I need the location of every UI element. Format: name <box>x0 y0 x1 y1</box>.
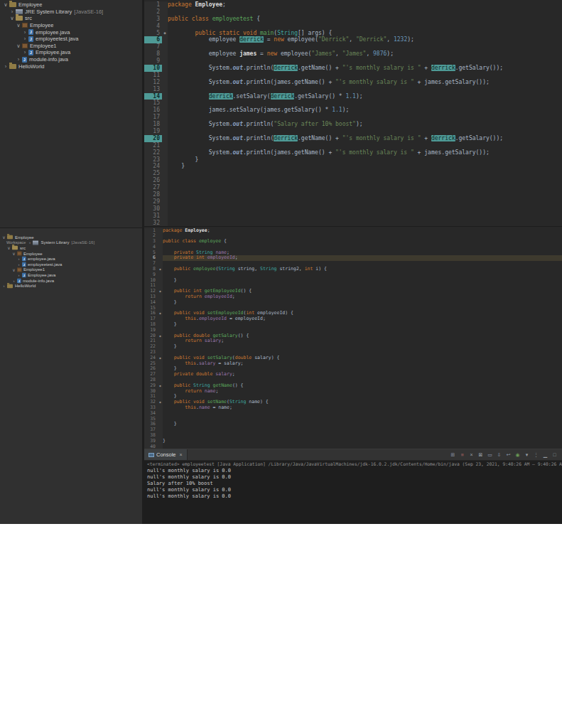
code-line[interactable]: 20 System.out.println(derrick.getName() … <box>144 135 562 142</box>
chevron-right-icon[interactable]: › <box>27 240 32 245</box>
code-line[interactable]: 29 <box>144 198 562 205</box>
line-number[interactable]: 2 <box>144 233 158 239</box>
chevron-down-icon[interactable]: ∨ <box>11 251 16 256</box>
code-line[interactable]: 9 <box>144 58 562 65</box>
chevron-down-icon[interactable]: ∨ <box>9 15 15 21</box>
line-number[interactable]: 31 <box>144 213 162 220</box>
fold-marker-icon[interactable]: ● <box>158 355 163 361</box>
close-icon[interactable]: × <box>180 452 183 457</box>
tree-item[interactable]: ∨Employee1 <box>0 43 142 50</box>
line-number[interactable]: 26 <box>144 177 162 184</box>
code-line[interactable]: 17 this.employeeId = employeeId; <box>144 316 562 322</box>
chevron-down-icon[interactable]: ∨ <box>11 267 16 272</box>
chevron-right-icon[interactable]: › <box>22 29 28 36</box>
line-number[interactable]: 13 <box>144 86 162 93</box>
code-line[interactable]: 26 <box>144 177 562 184</box>
code-line[interactable]: 23 } <box>144 156 562 164</box>
line-number[interactable]: 21 <box>144 142 162 149</box>
code-line[interactable]: 1package Employee; <box>144 228 562 234</box>
console-output[interactable]: null's monthly salary is 0.0null's month… <box>144 467 562 524</box>
chevron-right-icon[interactable]: › <box>16 262 21 267</box>
line-number[interactable]: 28 <box>144 191 162 198</box>
tree-item[interactable]: ›Employee.java <box>0 272 142 278</box>
code-line[interactable]: 3public class employeetest { <box>144 16 562 23</box>
line-number[interactable]: 9 <box>144 58 162 65</box>
fold-marker-icon[interactable]: ● <box>162 30 168 37</box>
tree-item[interactable]: ›employee.java <box>0 28 142 36</box>
minimize-icon[interactable]: ▁ <box>542 451 549 459</box>
tree-item[interactable]: ∨src <box>0 245 142 251</box>
code-line[interactable]: 11 <box>144 72 562 79</box>
line-number[interactable]: 6 <box>144 36 162 43</box>
line-number[interactable]: 16 <box>144 107 162 114</box>
line-number[interactable]: 14 <box>144 93 162 100</box>
clear-console-icon[interactable]: ▭ <box>487 451 493 459</box>
code-line[interactable]: 39} <box>144 439 562 444</box>
line-number[interactable]: 32 <box>144 220 162 226</box>
code-line[interactable]: 13 <box>144 86 562 93</box>
tree-item[interactable]: ∨Employee1 <box>0 267 142 273</box>
code-line[interactable]: 30 return name; <box>144 389 562 395</box>
tree-item[interactable]: ∨Employee <box>0 1 142 9</box>
package-explorer-top[interactable]: ∨Employee›JRE System Library[JavaSE-16]∨… <box>0 0 142 228</box>
tree-item[interactable]: ›HelloWorld <box>0 63 142 70</box>
code-line[interactable]: 36 } <box>144 422 562 427</box>
line-number[interactable]: 18 <box>144 121 162 128</box>
display-selected-console-icon[interactable]: ▾ <box>524 451 530 459</box>
chevron-right-icon[interactable]: › <box>16 56 21 63</box>
tree-item[interactable]: ∨Employee <box>0 22 142 29</box>
code-line[interactable]: 8 employee james = new employee("James",… <box>144 50 562 58</box>
code-line[interactable]: 13 return employeeId; <box>144 294 562 300</box>
code-line[interactable]: 18 } <box>144 322 562 328</box>
fold-marker-icon[interactable]: ● <box>158 267 163 272</box>
code-line[interactable]: 2 <box>144 9 562 16</box>
line-number[interactable]: 30 <box>144 205 162 213</box>
chevron-right-icon[interactable]: › <box>9 9 15 15</box>
code-line[interactable]: 21 return salary; <box>144 338 562 344</box>
word-wrap-icon[interactable]: ↩ <box>505 451 512 459</box>
tree-item[interactable]: ›employee.java <box>0 256 142 262</box>
line-number[interactable]: 4 <box>144 23 162 30</box>
tree-item[interactable]: ›Employee.java <box>0 49 142 56</box>
line-number[interactable]: 29 <box>144 198 162 205</box>
console-view-menu-icon[interactable]: ⋮ <box>533 451 539 459</box>
code-line[interactable]: 34 <box>144 411 562 417</box>
fold-marker-icon[interactable]: ● <box>158 311 163 316</box>
package-explorer-bottom[interactable]: ∨EmployeeWorkspace›System Library[JavaSE… <box>0 228 142 524</box>
code-line[interactable]: 3public class employee { <box>144 239 562 245</box>
fold-marker-icon[interactable]: ● <box>158 289 163 294</box>
code-line[interactable]: 38 <box>144 433 562 439</box>
tree-item[interactable]: ∨Employee <box>0 251 142 257</box>
line-number[interactable]: 8 <box>144 267 158 272</box>
line-number[interactable]: 2 <box>144 9 162 16</box>
line-number[interactable]: 3 <box>144 239 158 245</box>
chevron-down-icon[interactable]: ∨ <box>6 245 11 250</box>
code-line[interactable]: 22 } <box>144 344 562 350</box>
line-number[interactable]: 12 <box>144 79 162 86</box>
line-number[interactable]: 27 <box>144 184 162 191</box>
line-number[interactable]: 19 <box>144 128 162 135</box>
chevron-right-icon[interactable]: › <box>1 284 6 288</box>
chevron-right-icon[interactable]: › <box>16 257 21 261</box>
tree-item[interactable]: ›employeetest.java <box>0 36 142 43</box>
tree-item[interactable]: ∨Employee <box>0 235 142 240</box>
line-number[interactable]: 11 <box>144 72 162 79</box>
remove-all-launches-icon[interactable]: ⊠ <box>477 451 484 459</box>
chevron-right-icon[interactable]: › <box>22 36 28 42</box>
line-number[interactable]: 7 <box>144 43 162 50</box>
line-number[interactable]: 17 <box>144 114 162 121</box>
code-line[interactable]: 5● public static void main(String[] args… <box>144 30 562 37</box>
chevron-down-icon[interactable]: ∨ <box>16 43 21 49</box>
chevron-down-icon[interactable]: ∨ <box>3 1 9 8</box>
tree-item[interactable]: ›module-info.java <box>0 56 142 63</box>
code-line[interactable]: 1package Employee; <box>144 1 562 9</box>
code-line[interactable]: 14 } <box>144 300 562 306</box>
code-line[interactable]: 9 <box>144 272 562 278</box>
code-line[interactable]: 27 <box>144 184 562 191</box>
code-line[interactable]: 31 <box>144 213 562 220</box>
line-number[interactable]: 15 <box>144 100 162 107</box>
scroll-lock-icon[interactable]: ⇩ <box>496 451 502 459</box>
line-number[interactable]: 5 <box>144 250 158 256</box>
line-number[interactable]: 5 <box>144 30 162 37</box>
chevron-right-icon[interactable]: › <box>22 49 28 55</box>
